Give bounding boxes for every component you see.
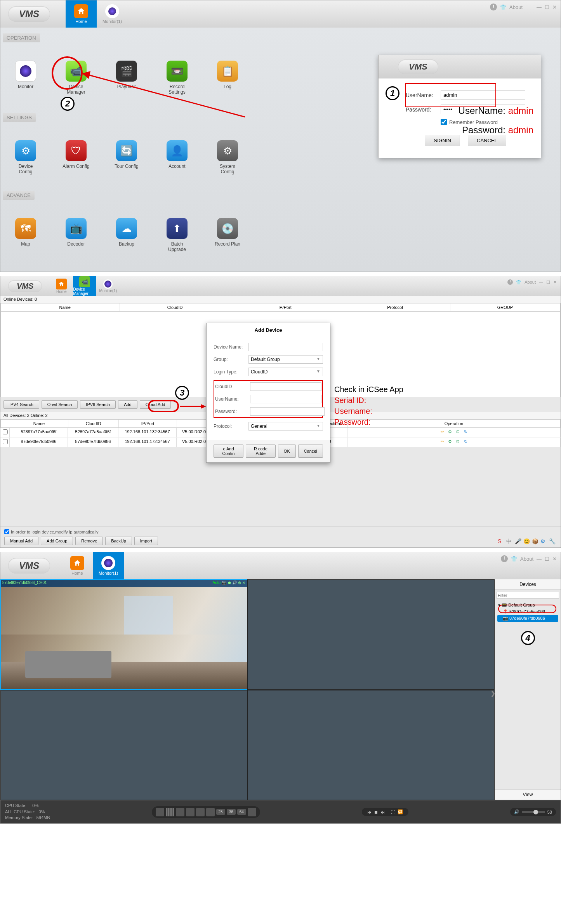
tray-chinese-icon[interactable]: 中 (506, 538, 512, 544)
filter-input[interactable] (497, 592, 559, 599)
login-type-select[interactable]: CloudID (248, 368, 323, 376)
app-map[interactable]: 🗺Map (12, 218, 39, 253)
cancel-button[interactable]: CANCEL (468, 135, 506, 146)
video-cell-1[interactable]: 87de90fe7fdb0986_CH01 Auto 📷 ⏺ 🔊 ⊕ ✕ (0, 579, 247, 690)
layout-25-button[interactable]: 25 (216, 809, 225, 815)
save-continue-button[interactable]: e And Contin (214, 445, 243, 458)
app-tour-config[interactable]: 🔄Tour Config (113, 140, 140, 175)
edit-icon[interactable]: ✏ (439, 439, 445, 445)
info-icon[interactable]: ! (490, 3, 497, 10)
layout-36-button[interactable]: 36 (227, 809, 236, 815)
manual-add-button[interactable]: Manual Add (4, 537, 38, 545)
add-button[interactable]: Add (118, 400, 137, 409)
loop-icon[interactable]: 🔁 (398, 809, 403, 814)
edit-icon[interactable]: ✏ (439, 429, 445, 436)
protocol-select[interactable]: General (248, 422, 323, 431)
group-select[interactable]: Default Group (248, 355, 323, 364)
app-device-config[interactable]: ⚙Device Config (12, 140, 39, 175)
tray-box-icon[interactable]: 📦 (532, 538, 538, 544)
tab-device-manager[interactable]: 📹 Device Manager (73, 276, 96, 296)
remember-checkbox[interactable] (441, 119, 447, 125)
app-decoder[interactable]: 📺Decoder (63, 218, 90, 253)
video-cell-3[interactable] (0, 690, 247, 800)
cloudid-input[interactable] (250, 382, 321, 391)
app-account[interactable]: 👤Account (163, 140, 191, 175)
tab-home[interactable]: Home (50, 276, 73, 296)
about-icon[interactable]: 👕 (511, 556, 517, 562)
about-label[interactable]: About (509, 4, 523, 10)
next-icon[interactable]: ⏭ (380, 810, 385, 814)
backup-button[interactable]: BackUp (105, 537, 132, 545)
dialog-password-input[interactable] (250, 407, 325, 416)
video-cell-2[interactable] (248, 579, 495, 690)
close-stream-icon[interactable]: ✕ (242, 581, 245, 585)
minimize-icon[interactable]: — (537, 4, 542, 10)
ipv4-search-button[interactable]: IPV4 Search (3, 400, 39, 409)
tray-s-icon[interactable]: S (498, 538, 504, 544)
dialog-username-input[interactable] (250, 395, 321, 403)
volume-slider[interactable] (522, 811, 545, 813)
import-button[interactable]: Import (134, 537, 158, 545)
ipv6-search-button[interactable]: IPV6 Search (80, 400, 116, 409)
layout-6-icon[interactable] (176, 808, 184, 816)
tree-device-2[interactable]: 📷 87de90fe7fdb0986 (497, 615, 558, 622)
close-icon[interactable]: ✕ (552, 556, 557, 562)
add-group-button[interactable]: Add Group (41, 537, 73, 545)
device-name-input[interactable] (248, 343, 323, 351)
stop-icon[interactable]: ⏹ (374, 810, 378, 814)
layout-8-icon[interactable] (186, 808, 195, 816)
onvif-search-button[interactable]: Onvif Search (42, 400, 78, 409)
app-record-plan[interactable]: 💿Record Plan (214, 218, 241, 253)
tab-monitor[interactable]: Monitor(1) (96, 276, 120, 296)
settings-icon[interactable]: ⚙ (447, 429, 453, 436)
layout-custom-icon[interactable] (248, 808, 256, 816)
close-icon[interactable]: ✕ (553, 280, 557, 285)
layout-16-icon[interactable] (206, 808, 215, 816)
refresh-icon[interactable]: ↻ (462, 429, 469, 436)
expand-handle-icon[interactable]: ❯ (490, 690, 495, 697)
app-batch-upgrade[interactable]: ⬆Batch Upgrade (163, 218, 191, 253)
info-icon[interactable]: ! (501, 555, 508, 562)
maximize-icon[interactable]: ☐ (545, 556, 549, 562)
tab-home[interactable]: Home (66, 0, 97, 28)
layout-9-icon[interactable] (196, 808, 205, 816)
row-checkbox[interactable] (3, 439, 8, 444)
c-icon[interactable]: © (455, 429, 461, 436)
maximize-icon[interactable]: ☐ (546, 280, 550, 285)
auto-login-checkbox[interactable] (4, 529, 9, 534)
info-icon[interactable]: ! (507, 279, 513, 285)
video-cell-4[interactable] (248, 690, 495, 800)
layout-4-icon[interactable] (166, 808, 174, 816)
prev-icon[interactable]: ⏮ (367, 810, 372, 814)
remove-button[interactable]: Remove (75, 537, 103, 545)
about-icon[interactable]: 👕 (500, 4, 506, 10)
layout-1-icon[interactable] (156, 808, 164, 816)
tray-mic-icon[interactable]: 🎤 (515, 538, 521, 544)
tab-home[interactable]: Home (62, 552, 93, 579)
app-monitor[interactable]: Monitor (12, 61, 39, 95)
tray-emoji-icon[interactable]: 😊 (523, 538, 530, 544)
ok-button[interactable]: OK (278, 445, 296, 458)
view-tab[interactable]: View (495, 789, 561, 800)
settings-icon[interactable]: ⚙ (447, 439, 453, 445)
refresh-icon[interactable]: ↻ (462, 439, 469, 445)
ptz-icon[interactable]: ⊕ (238, 581, 241, 585)
tray-tool-icon[interactable]: 🔧 (549, 538, 555, 544)
app-system-config[interactable]: ⚙System Config (214, 140, 241, 175)
layout-64-button[interactable]: 64 (237, 809, 246, 815)
record-icon[interactable]: ⏺ (228, 581, 231, 585)
about-icon[interactable]: 👕 (516, 280, 521, 285)
signin-button[interactable]: SIGNIN (425, 135, 460, 146)
cancel-button[interactable]: Cancel (298, 445, 323, 458)
audio-icon[interactable]: 🔊 (232, 581, 237, 585)
tab-monitor[interactable]: Monitor(1) (93, 552, 124, 579)
c-icon[interactable]: © (455, 439, 461, 445)
app-alarm-config[interactable]: 🛡Alarm Config (63, 140, 90, 175)
maximize-icon[interactable]: ☐ (545, 4, 549, 10)
speaker-icon[interactable]: 🔊 (514, 809, 519, 814)
snapshot-icon[interactable]: 📷 (222, 581, 226, 585)
qr-code-button[interactable]: R code Adde (246, 445, 276, 458)
app-backup[interactable]: ☁Backup (113, 218, 140, 253)
minimize-icon[interactable]: — (537, 556, 542, 562)
tray-gear-icon[interactable]: ⚙ (540, 538, 547, 544)
